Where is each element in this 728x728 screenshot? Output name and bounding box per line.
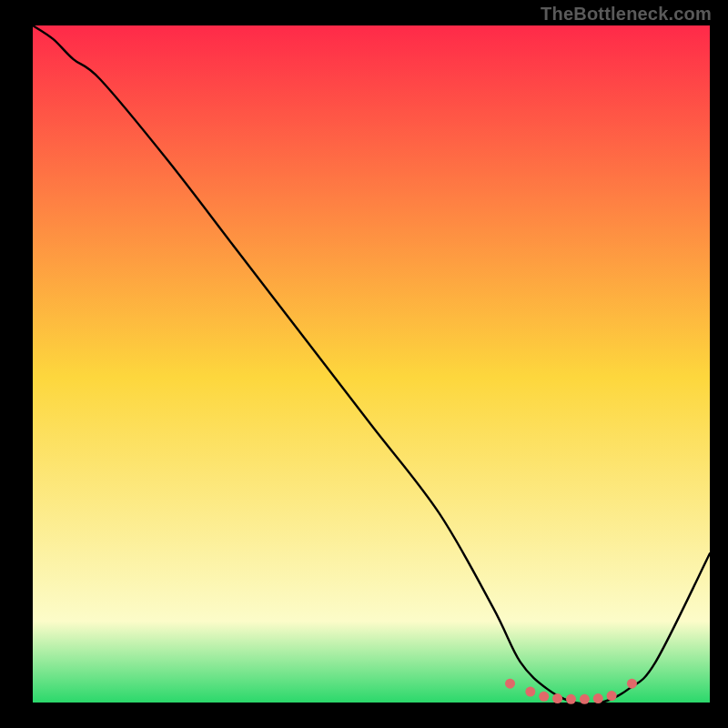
- marker-dot: [505, 679, 515, 689]
- marker-dot: [593, 693, 603, 703]
- marker-dot: [525, 687, 535, 697]
- marker-dot: [552, 693, 562, 703]
- marker-dot: [627, 679, 637, 689]
- plot-background: [33, 25, 710, 703]
- bottleneck-chart: [0, 0, 728, 728]
- marker-dot: [607, 691, 617, 701]
- watermark-label: TheBottleneck.com: [541, 4, 712, 25]
- marker-dot: [539, 692, 549, 702]
- marker-dot: [566, 694, 576, 704]
- marker-dot: [580, 694, 590, 704]
- chart-frame: TheBottleneck.com: [0, 0, 728, 728]
